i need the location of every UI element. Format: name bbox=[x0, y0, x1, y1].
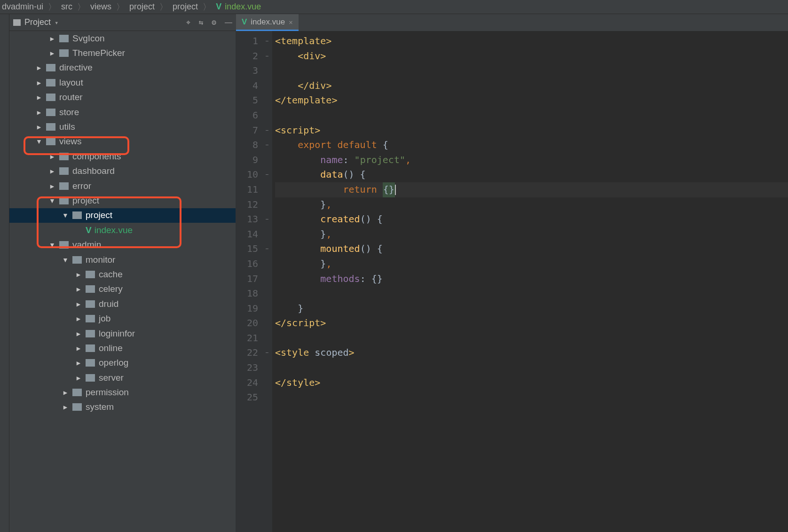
fold-toggle-icon[interactable]: − bbox=[262, 49, 272, 64]
code-line[interactable] bbox=[275, 108, 788, 123]
code-line[interactable]: </style> bbox=[275, 376, 788, 391]
chevron-right-icon[interactable]: ▶ bbox=[49, 49, 55, 57]
fold-toggle-icon[interactable]: − bbox=[262, 138, 272, 153]
line-number[interactable]: 18 bbox=[236, 286, 258, 301]
tree-folder[interactable]: ▶SvgIcon bbox=[9, 31, 236, 46]
project-tool-title[interactable]: Project ▾ bbox=[13, 17, 58, 27]
close-icon[interactable]: ✕ bbox=[289, 18, 292, 26]
tree-folder[interactable]: ▶utils bbox=[9, 119, 236, 134]
chevron-right-icon[interactable]: ▶ bbox=[36, 79, 42, 86]
tree-folder[interactable]: ▶server bbox=[9, 370, 236, 385]
chevron-down-icon[interactable]: ▼ bbox=[49, 197, 55, 204]
chevron-down-icon[interactable]: ▼ bbox=[49, 241, 55, 249]
code-line[interactable]: <div> bbox=[275, 49, 788, 64]
code-line[interactable] bbox=[275, 360, 788, 376]
tree-folder[interactable]: ▶druid bbox=[9, 297, 236, 311]
line-number[interactable]: 2 bbox=[236, 49, 258, 64]
line-number[interactable]: 15 bbox=[236, 242, 258, 257]
line-number[interactable]: 12 bbox=[236, 197, 258, 212]
code-line[interactable] bbox=[275, 63, 788, 78]
code-line[interactable]: }, bbox=[275, 257, 788, 272]
breadcrumb-item[interactable]: src bbox=[61, 2, 72, 12]
line-number[interactable]: 6 bbox=[236, 108, 258, 123]
chevron-right-icon[interactable]: ▶ bbox=[75, 374, 82, 382]
locate-icon[interactable]: ⌖ bbox=[186, 18, 190, 27]
chevron-right-icon[interactable]: ▶ bbox=[36, 123, 42, 131]
tree-folder[interactable]: ▶dashboard bbox=[9, 164, 236, 179]
fold-toggle-icon[interactable]: − bbox=[262, 34, 272, 49]
chevron-right-icon[interactable]: ▶ bbox=[75, 344, 82, 352]
editor-tabbar[interactable]: V index.vue ✕ bbox=[236, 14, 788, 31]
tree-folder[interactable]: ▼project bbox=[9, 193, 236, 208]
collapse-icon[interactable]: ⇆ bbox=[199, 18, 204, 27]
chevron-right-icon[interactable]: ▶ bbox=[75, 359, 82, 367]
tree-folder[interactable]: ▼project bbox=[9, 208, 236, 223]
project-tree[interactable]: ▶SvgIcon▶ThemePicker▶directive▶layout▶ro… bbox=[9, 31, 236, 532]
tab-index-vue[interactable]: V index.vue ✕ bbox=[236, 14, 299, 31]
tree-folder[interactable]: ▶router bbox=[9, 90, 236, 105]
tree-folder[interactable]: ▶system bbox=[9, 400, 236, 415]
chevron-down-icon[interactable]: ▼ bbox=[36, 138, 42, 145]
fold-toggle-icon[interactable]: − bbox=[262, 242, 272, 257]
chevron-right-icon[interactable]: ▶ bbox=[75, 285, 82, 293]
chevron-right-icon[interactable]: ▶ bbox=[49, 35, 55, 42]
tree-folder[interactable]: ▶store bbox=[9, 105, 236, 119]
line-number[interactable]: 20 bbox=[236, 316, 258, 331]
breadcrumb-item[interactable]: project bbox=[129, 2, 155, 12]
line-number[interactable]: 21 bbox=[236, 331, 258, 346]
code-line[interactable] bbox=[275, 286, 788, 301]
chevron-right-icon[interactable]: ▶ bbox=[75, 315, 82, 322]
chevron-right-icon[interactable]: ▶ bbox=[36, 94, 42, 101]
code-line[interactable]: data() { bbox=[275, 167, 788, 182]
chevron-right-icon[interactable]: ▶ bbox=[75, 271, 82, 278]
code-line[interactable]: export default { bbox=[275, 138, 788, 153]
tree-folder[interactable]: ▶layout bbox=[9, 75, 236, 90]
line-number[interactable]: 9 bbox=[236, 153, 258, 168]
fold-toggle-icon[interactable]: − bbox=[262, 123, 272, 138]
line-number[interactable]: 22 bbox=[236, 345, 258, 360]
chevron-right-icon[interactable]: ▶ bbox=[49, 153, 55, 160]
line-number[interactable]: 8 bbox=[236, 138, 258, 153]
chevron-right-icon[interactable]: ▶ bbox=[62, 389, 69, 396]
chevron-down-icon[interactable]: ▼ bbox=[62, 211, 69, 219]
line-number[interactable]: 13 bbox=[236, 212, 258, 227]
chevron-right-icon[interactable]: ▶ bbox=[36, 64, 42, 71]
code-line[interactable]: }, bbox=[275, 197, 788, 212]
code-line[interactable] bbox=[275, 331, 788, 346]
chevron-right-icon[interactable]: ▶ bbox=[75, 330, 82, 337]
code-line[interactable]: created() { bbox=[275, 212, 788, 227]
line-number[interactable]: 5 bbox=[236, 93, 258, 108]
code-area[interactable]: 1234567891011121314151617181920212223242… bbox=[236, 31, 788, 532]
line-number[interactable]: 7 bbox=[236, 123, 258, 138]
chevron-right-icon[interactable]: ▶ bbox=[62, 403, 69, 411]
line-number[interactable]: 1 bbox=[236, 34, 258, 49]
tree-folder[interactable]: ▶directive bbox=[9, 61, 236, 75]
tree-folder[interactable]: ▶error bbox=[9, 179, 236, 193]
minimize-icon[interactable]: — bbox=[225, 18, 232, 27]
code-line[interactable]: } bbox=[275, 301, 788, 316]
tree-folder[interactable]: ▼vadmin bbox=[9, 237, 236, 252]
line-number[interactable]: 19 bbox=[236, 301, 258, 316]
tree-folder[interactable]: ▶operlog bbox=[9, 356, 236, 370]
code-line[interactable]: <style scoped> bbox=[275, 345, 788, 360]
chevron-right-icon[interactable]: ▶ bbox=[75, 300, 82, 308]
breadcrumb-file[interactable]: index.vue bbox=[225, 2, 261, 11]
code-line[interactable] bbox=[275, 390, 788, 405]
line-number[interactable]: 3 bbox=[236, 63, 258, 78]
tree-folder[interactable]: ▶permission bbox=[9, 385, 236, 399]
fold-toggle-icon[interactable]: − bbox=[262, 345, 272, 360]
chevron-right-icon[interactable]: ▶ bbox=[36, 109, 42, 116]
fold-toggle-icon[interactable]: − bbox=[262, 167, 272, 182]
tree-folder[interactable]: ▶job bbox=[9, 311, 236, 326]
code-line[interactable]: </script> bbox=[275, 316, 788, 331]
line-number[interactable]: 16 bbox=[236, 257, 258, 272]
code-line[interactable]: <template> bbox=[275, 34, 788, 49]
line-number[interactable]: 10 bbox=[236, 167, 258, 182]
code-line[interactable]: </div> bbox=[275, 78, 788, 94]
chevron-right-icon[interactable]: ▶ bbox=[49, 167, 55, 175]
line-number[interactable]: 4 bbox=[236, 78, 258, 94]
gear-icon[interactable]: ⚙ bbox=[212, 18, 216, 27]
tree-folder[interactable]: ▶cache bbox=[9, 267, 236, 282]
code-line[interactable]: methods: {} bbox=[275, 272, 788, 287]
tree-folder[interactable]: ▶online bbox=[9, 341, 236, 355]
